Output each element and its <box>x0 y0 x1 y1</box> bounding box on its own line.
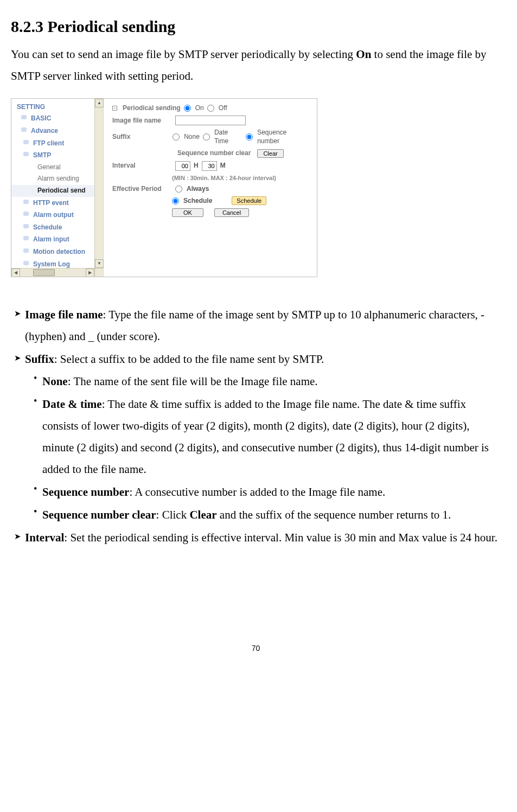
bullet-interval: Interval: Set the periodical sending is … <box>11 527 501 549</box>
sidebar-item-basic[interactable]: BASIC <box>11 112 103 125</box>
label: BASIC <box>31 114 51 122</box>
date-time-label: Date Time <box>214 129 242 145</box>
section-heading: 8.2.3 Periodical sending <box>11 11 501 42</box>
folder-icon <box>23 151 31 157</box>
sidebar-item-schedule[interactable]: Schedule <box>11 221 103 234</box>
label: Advance <box>31 127 58 135</box>
text: : Select a suffix to be added to the fil… <box>54 353 324 366</box>
sidebar-item-smtp[interactable]: SMTP <box>11 149 103 162</box>
sidebar-item-ftp[interactable]: FTP client <box>11 137 103 150</box>
image-file-name-label: Image file name <box>112 117 172 125</box>
radio-suffix-datetime[interactable] <box>203 133 210 140</box>
label: Schedule <box>33 223 62 231</box>
text: : A consecutive number is added to the I… <box>129 485 385 498</box>
label: Alarm input <box>33 235 69 243</box>
scroll-thumb[interactable] <box>33 269 55 276</box>
effective-period-label: Effective Period <box>112 185 172 194</box>
none-label: None <box>184 133 200 142</box>
interval-label: Interval <box>112 162 172 170</box>
label: HTTP event <box>33 199 69 207</box>
scroll-up-icon[interactable]: ▲ <box>95 99 104 107</box>
folder-icon <box>23 235 31 241</box>
sidebar-item-general[interactable]: General <box>11 162 103 174</box>
folder-icon <box>23 199 31 205</box>
bullet-image-file-name: Image file name: Type the file name of t… <box>11 304 501 348</box>
term: Interval <box>25 531 64 544</box>
label: FTP client <box>33 139 64 147</box>
label: Alarm output <box>33 211 74 219</box>
subbullet-sequence-number: Sequence number: A consecutive number is… <box>11 482 501 503</box>
folder-icon <box>21 114 29 120</box>
bullet-list: Image file name: Type the file name of t… <box>11 304 501 549</box>
sidebar-item-advance[interactable]: Advance <box>11 125 103 137</box>
interval-minutes-input[interactable] <box>202 161 217 171</box>
folder-icon <box>23 223 31 229</box>
on-label: On <box>195 104 204 113</box>
sidebar: SETTING BASIC Advance FTP client SMTP Ge… <box>11 99 104 277</box>
suffix-label: Suffix <box>112 133 169 142</box>
scroll-right-icon[interactable]: ▶ <box>86 268 94 277</box>
term: None <box>42 375 68 388</box>
scroll-corner <box>94 268 103 277</box>
intro-on: On <box>356 48 371 61</box>
sidebar-item-alarm-sending[interactable]: Alarm sending <box>11 173 103 185</box>
term: Suffix <box>25 353 54 366</box>
vertical-scrollbar[interactable]: ▲ ▼ <box>94 99 103 268</box>
sidebar-heading: SETTING <box>11 99 103 113</box>
term: Sequence number <box>42 485 129 498</box>
radio-schedule[interactable] <box>172 197 179 204</box>
schedule-button[interactable]: Schedule <box>232 196 266 205</box>
sidebar-item-motion[interactable]: Motion detection <box>11 246 103 258</box>
text: : The date & time suffix is added to the… <box>42 398 489 476</box>
clear-button[interactable]: Clear <box>257 149 283 158</box>
term: Sequence number clear <box>42 508 156 521</box>
sidebar-item-periodical-send[interactable]: Periodical send <box>11 185 103 197</box>
settings-screenshot: SETTING BASIC Advance FTP client SMTP Ge… <box>11 98 317 277</box>
always-label: Always <box>187 185 209 194</box>
text: : Click <box>156 508 190 521</box>
radio-always[interactable] <box>175 186 182 193</box>
term: Date & time <box>42 398 102 411</box>
radio-off[interactable] <box>207 105 214 112</box>
subbullet-sequence-number-clear: Sequence number clear: Click Clear and t… <box>11 504 501 526</box>
folder-icon <box>23 210 31 217</box>
seq-clear-label: Sequence number clear <box>177 149 251 158</box>
form-panel: − Periodical sending On Off Image file n… <box>104 99 317 277</box>
term: Image file name <box>25 308 103 321</box>
subbullet-date-time: Date & time: The date & time suffix is a… <box>11 394 501 481</box>
clear-word: Clear <box>189 508 216 521</box>
ok-button[interactable]: OK <box>172 208 203 217</box>
off-label: Off <box>219 104 227 113</box>
radio-suffix-seq[interactable] <box>246 133 253 140</box>
sidebar-item-http-event[interactable]: HTTP event <box>11 197 103 209</box>
h-label: H <box>194 162 199 170</box>
sequence-number-label: Sequence number <box>257 129 308 145</box>
horizontal-scrollbar[interactable]: ◀ ▶ <box>11 268 94 277</box>
text: : The name of the sent file will be the … <box>68 375 318 388</box>
m-label: M <box>220 162 226 170</box>
radio-suffix-none[interactable] <box>173 133 180 140</box>
text: and the suffix of the sequence number re… <box>217 508 451 521</box>
subbullet-none: None: The name of the sent file will be … <box>11 371 501 393</box>
folder-icon <box>21 126 29 133</box>
bullet-suffix: Suffix: Select a suffix to be added to t… <box>11 349 501 370</box>
label: Motion detection <box>33 248 85 255</box>
folder-icon <box>23 260 31 266</box>
image-file-name-input[interactable] <box>175 116 246 125</box>
sidebar-item-alarm-output[interactable]: Alarm output <box>11 209 103 221</box>
interval-hours-input[interactable] <box>175 161 190 171</box>
radio-on[interactable] <box>184 105 191 112</box>
label: SMTP <box>33 151 51 159</box>
cancel-button[interactable]: Cancel <box>214 208 249 217</box>
interval-hint: (MIN : 30min. MAX : 24-hour interval) <box>172 174 276 182</box>
collapse-icon[interactable]: − <box>112 106 117 111</box>
folder-icon <box>23 247 31 254</box>
schedule-label: Schedule <box>183 197 212 206</box>
scroll-down-icon[interactable]: ▼ <box>95 259 104 268</box>
folder-icon <box>23 139 31 145</box>
page-number: 70 <box>11 641 501 656</box>
text: : Set the periodical sending is effectiv… <box>64 531 497 544</box>
intro-part1: You can set to send an image file by SMT… <box>11 48 356 61</box>
scroll-left-icon[interactable]: ◀ <box>11 268 20 277</box>
sidebar-item-alarm-input[interactable]: Alarm input <box>11 233 103 246</box>
